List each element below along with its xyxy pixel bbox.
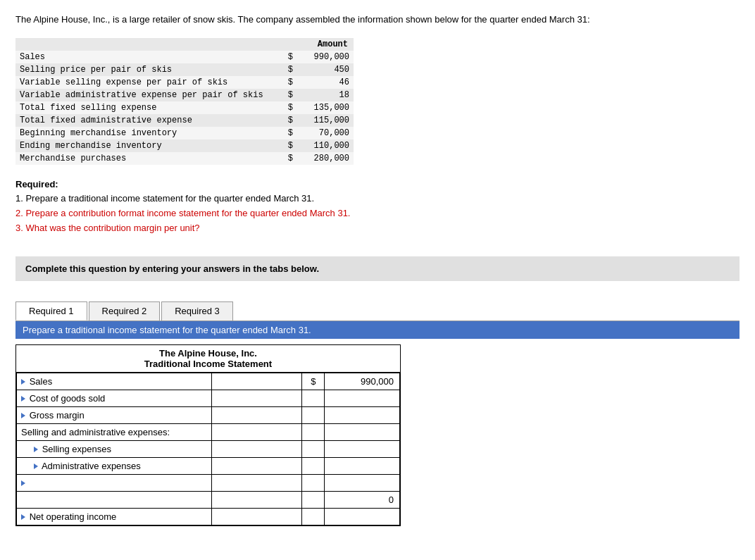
- triangle-icon: [21, 514, 25, 520]
- blank2-input[interactable]: [216, 494, 297, 505]
- row-emi-label: Ending merchandise inventory: [15, 139, 276, 152]
- noi-label: Net operating income: [17, 508, 212, 525]
- gm-input-cell[interactable]: [212, 406, 302, 423]
- sales-dollar: $: [302, 373, 325, 390]
- cogs-input-cell[interactable]: [212, 390, 302, 406]
- sa-input-cell[interactable]: [212, 423, 302, 440]
- table-row: [17, 474, 400, 491]
- blank2-dollar: [302, 491, 325, 508]
- tab-required-1[interactable]: Required 1: [15, 301, 87, 321]
- gm-input[interactable]: [216, 410, 297, 421]
- sa-label: Selling and administrative expenses:: [17, 423, 212, 440]
- table-row: Selling and administrative expenses:: [17, 423, 400, 440]
- sales-input[interactable]: [216, 376, 297, 387]
- tab-content-area: Prepare a traditional income statement f…: [15, 321, 740, 526]
- gm-dollar: [302, 406, 325, 423]
- blank2-label: [17, 491, 212, 508]
- row-sp-amount: 450: [297, 63, 354, 76]
- required-label: Required:: [15, 179, 58, 189]
- triangle-icon: [21, 396, 25, 402]
- table-row: Administrative expenses: [17, 457, 400, 474]
- ae-input[interactable]: [216, 461, 297, 471]
- row-bmi-dollar: $: [276, 127, 297, 139]
- row-tfa-amount: 115,000: [297, 114, 354, 127]
- se-dollar: [302, 440, 325, 457]
- tabs-container: Required 1 Required 2 Required 3: [15, 301, 740, 321]
- ae-label: Administrative expenses: [17, 457, 212, 474]
- triangle-icon: [21, 413, 25, 418]
- required-item-2: 2. Prepare a contribution format income …: [15, 208, 350, 218]
- row-vse-amount: 46: [297, 76, 354, 89]
- triangle-icon: [21, 379, 25, 385]
- ae-input-cell[interactable]: [212, 457, 302, 474]
- noi-input[interactable]: [216, 511, 297, 522]
- instruction-box: Complete this question by entering your …: [15, 256, 740, 281]
- income-table: Sales $ 990,000 Cost of goods sold: [16, 373, 400, 525]
- sa-dollar: [302, 423, 325, 440]
- tab-required-2[interactable]: Required 2: [89, 301, 161, 321]
- ae-amount: [325, 457, 400, 474]
- gm-label: Gross margin: [17, 406, 212, 423]
- cogs-dollar: [302, 390, 325, 406]
- tab-required-3[interactable]: Required 3: [161, 301, 233, 321]
- sales-input-cell[interactable]: [212, 373, 302, 390]
- triangle-icon: [34, 463, 38, 469]
- table-row: Net operating income: [17, 508, 400, 525]
- blank1-input-cell[interactable]: [212, 474, 302, 491]
- sa-amount: [325, 423, 400, 440]
- amount-header: Amount: [297, 38, 354, 51]
- row-sales-dollar: $: [276, 51, 297, 63]
- cogs-label: Cost of goods sold: [17, 390, 212, 406]
- row-sales-amount: 990,000: [297, 51, 354, 63]
- row-emi-amount: 110,000: [297, 139, 354, 152]
- table-row: Gross margin: [17, 406, 400, 423]
- income-statement-table-wrapper: The Alpine House, Inc. Traditional Incom…: [15, 344, 401, 526]
- company-name: The Alpine House, Inc.: [16, 348, 400, 359]
- triangle-icon: [34, 447, 38, 452]
- noi-input-cell[interactable]: [212, 508, 302, 525]
- row-bmi-label: Beginning merchandise inventory: [15, 127, 276, 139]
- row-mp-dollar: $: [276, 152, 297, 165]
- required-item-3: 3. What was the contribution margin per …: [15, 223, 200, 233]
- blank1-input[interactable]: [216, 478, 297, 488]
- row-tfs-amount: 135,000: [297, 101, 354, 114]
- row-tfs-dollar: $: [276, 101, 297, 114]
- tab-instruction-bar: Prepare a traditional income statement f…: [15, 321, 740, 339]
- required-item-1: 1. Prepare a traditional income statemen…: [15, 193, 314, 204]
- table-row: Selling expenses: [17, 440, 400, 457]
- data-table: Amount Sales $ 990,000 Selling price per…: [15, 38, 354, 165]
- row-mp-amount: 280,000: [297, 152, 354, 165]
- blank2-amount: 0: [325, 491, 400, 508]
- row-sales-label: Sales: [15, 51, 276, 63]
- intro-text: The Alpine House, Inc., is a large retai…: [15, 13, 740, 27]
- se-input[interactable]: [216, 444, 297, 454]
- row-vae-label: Variable administrative expense per pair…: [15, 89, 276, 101]
- gm-amount: [325, 406, 400, 423]
- blank1-label: [17, 474, 212, 491]
- row-sp-label: Selling price per pair of skis: [15, 63, 276, 76]
- noi-dollar: [302, 508, 325, 525]
- se-input-cell[interactable]: [212, 440, 302, 457]
- row-sp-dollar: $: [276, 63, 297, 76]
- income-statement-wrapper: The Alpine House, Inc. Traditional Incom…: [15, 344, 740, 526]
- row-emi-dollar: $: [276, 139, 297, 152]
- row-mp-label: Merchandise purchases: [15, 152, 276, 165]
- cogs-input[interactable]: [216, 393, 297, 404]
- blank1-dollar: [302, 474, 325, 491]
- noi-amount: [325, 508, 400, 525]
- row-vse-dollar: $: [276, 76, 297, 89]
- sa-input[interactable]: [216, 427, 297, 437]
- row-bmi-amount: 70,000: [297, 127, 354, 139]
- row-tfs-label: Total fixed selling expense: [15, 101, 276, 114]
- table-row: Cost of goods sold: [17, 390, 400, 406]
- row-tfa-label: Total fixed administrative expense: [15, 114, 276, 127]
- row-vae-dollar: $: [276, 89, 297, 101]
- blank2-input-cell[interactable]: [212, 491, 302, 508]
- se-amount: [325, 440, 400, 457]
- statement-title: Traditional Income Statement: [16, 359, 400, 369]
- table-row: Sales $ 990,000: [17, 373, 400, 390]
- sales-label: Sales: [17, 373, 212, 390]
- cogs-amount: [325, 390, 400, 406]
- blank1-amount: [325, 474, 400, 491]
- ae-dollar: [302, 457, 325, 474]
